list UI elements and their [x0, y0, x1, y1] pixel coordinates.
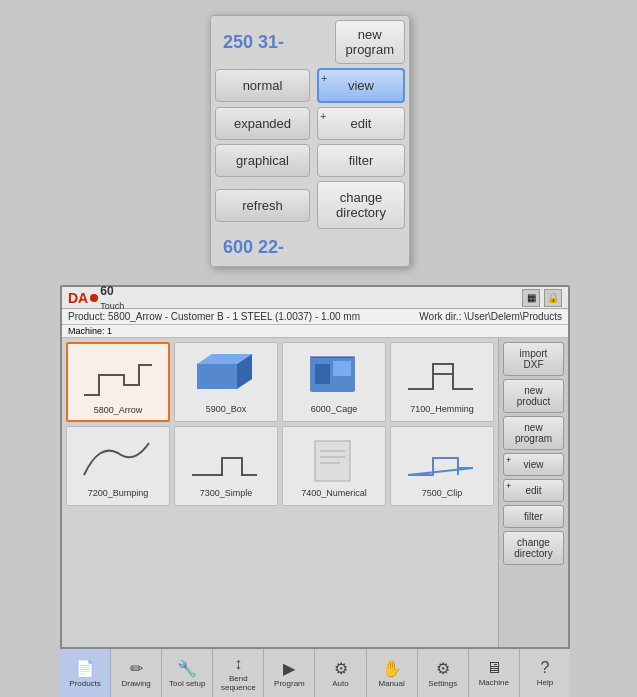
toolbar-program[interactable]: ▶ Program — [264, 649, 315, 697]
manual-icon: ✋ — [382, 659, 402, 678]
filter-sidebar-button[interactable]: filter — [503, 505, 564, 528]
product-thumb-5800-arrow — [78, 348, 158, 403]
new-program-button[interactable]: newprogram — [335, 20, 405, 64]
change-directory-sidebar-button[interactable]: changedirectory — [503, 531, 564, 565]
product-thumb-7500-clip — [402, 431, 482, 486]
app-header: DA 60Touch ▦ 🔒 — [62, 287, 568, 309]
svg-marker-0 — [197, 364, 237, 389]
view-button[interactable]: + view — [317, 68, 405, 103]
product-label-7200-bumping: 7200_Bumping — [88, 488, 149, 498]
toolbar-settings[interactable]: ⚙ Settings — [418, 649, 469, 697]
graphical-button[interactable]: graphical — [215, 144, 310, 177]
program-icon: ▶ — [283, 659, 295, 678]
new-product-button[interactable]: newproduct — [503, 379, 564, 413]
product-label-5800-arrow: 5800_Arrow — [94, 405, 143, 415]
import-dxf-button[interactable]: importDXF — [503, 342, 564, 376]
bend-sequence-label: Bendsequence — [221, 674, 256, 692]
machine-icon: 🖥 — [486, 659, 502, 677]
header-icons: ▦ 🔒 — [522, 289, 562, 307]
product-item-5900-box[interactable]: 5900_Box — [174, 342, 278, 422]
toolbar-tool-setup[interactable]: 🔧 Tool setup — [162, 649, 213, 697]
product-grid: 5800_Arrow 5900_Box — [62, 338, 498, 687]
edit-button[interactable]: + edit — [317, 107, 405, 140]
products-label: Products — [69, 679, 101, 688]
product-thumb-7100-hemming — [402, 347, 482, 402]
da-logo: DA 60Touch — [68, 284, 124, 312]
machine-info: Machine: 1 — [62, 325, 568, 338]
edit-sidebar-button[interactable]: +edit — [503, 479, 564, 502]
da-text: DA — [68, 290, 88, 306]
normal-button[interactable]: normal — [215, 69, 310, 102]
new-program-sidebar-button[interactable]: newprogram — [503, 416, 564, 450]
refresh-button[interactable]: refresh — [215, 189, 310, 222]
toolbar-machine[interactable]: 🖥 Machine — [469, 649, 520, 697]
work-dir: Work dir.: \User\Delem\Products — [419, 311, 562, 322]
drawing-label: Drawing — [121, 679, 150, 688]
program-label: Program — [274, 679, 305, 688]
product-label-5900-box: 5900_Box — [206, 404, 247, 414]
svg-rect-7 — [315, 441, 350, 481]
products-icon: 📄 — [75, 659, 95, 678]
toolbar-manual[interactable]: ✋ Manual — [367, 649, 418, 697]
tool-setup-label: Tool setup — [169, 679, 205, 688]
toolbar-help[interactable]: ? Help — [520, 649, 570, 697]
info-bar: Product: 5800_Arrow - Customer B - 1 STE… — [62, 309, 568, 325]
header-icon-lock[interactable]: 🔒 — [544, 289, 562, 307]
change-directory-button[interactable]: changedirectory — [317, 181, 405, 229]
product-item-7500-clip[interactable]: 7500_Clip — [390, 426, 494, 506]
product-label-7300-simple: 7300_Simple — [200, 488, 253, 498]
drawing-icon: ✏ — [130, 659, 143, 678]
bottom-number: 600 22- — [215, 233, 405, 262]
toolbar-products[interactable]: 📄 Products — [60, 649, 111, 697]
product-thumb-5900-box — [186, 347, 266, 402]
product-item-7300-simple[interactable]: 7300_Simple — [174, 426, 278, 506]
help-icon: ? — [540, 659, 549, 677]
product-thumb-7400-numerical — [294, 431, 374, 486]
product-info: Product: 5800_Arrow - Customer B - 1 STE… — [68, 311, 360, 322]
dropdown-panel: 250 31- newprogram normal + view expande… — [210, 15, 410, 267]
toolbar-drawing[interactable]: ✏ Drawing — [111, 649, 162, 697]
expanded-button[interactable]: expanded — [215, 107, 310, 140]
content-area: 5800_Arrow 5900_Box — [62, 338, 568, 687]
toolbar-bend-sequence[interactable]: ↕ Bendsequence — [213, 649, 264, 697]
top-number: 250 31- — [215, 28, 292, 57]
product-item-6000-cage[interactable]: 6000_Cage — [282, 342, 386, 422]
product-label-7500-clip: 7500_Clip — [422, 488, 463, 498]
right-sidebar: importDXF newproduct newprogram +view +e… — [498, 338, 568, 687]
bend-sequence-icon: ↕ — [234, 655, 242, 673]
product-thumb-7200-bumping — [78, 431, 158, 486]
product-label-6000-cage: 6000_Cage — [311, 404, 358, 414]
auto-label: Auto — [332, 679, 348, 688]
filter-button[interactable]: filter — [317, 144, 405, 177]
product-label-7400-numerical: 7400_Numerical — [301, 488, 367, 498]
toolbar-auto[interactable]: ⚙ Auto — [315, 649, 366, 697]
manual-label: Manual — [378, 679, 404, 688]
product-item-7100-hemming[interactable]: 7100_Hemming — [390, 342, 494, 422]
machine-label: Machine — [479, 678, 509, 687]
da-model: 60Touch — [100, 284, 124, 312]
settings-label: Settings — [428, 679, 457, 688]
da-dot — [90, 294, 98, 302]
product-label-7100-hemming: 7100_Hemming — [410, 404, 474, 414]
product-thumb-7300-simple — [186, 431, 266, 486]
svg-marker-11 — [408, 458, 473, 475]
product-item-5800-arrow[interactable]: 5800_Arrow — [66, 342, 170, 422]
product-item-7200-bumping[interactable]: 7200_Bumping — [66, 426, 170, 506]
svg-rect-5 — [333, 361, 351, 376]
settings-icon: ⚙ — [436, 659, 450, 678]
view-sidebar-button[interactable]: +view — [503, 453, 564, 476]
product-thumb-6000-cage — [294, 347, 374, 402]
tool-setup-icon: 🔧 — [177, 659, 197, 678]
product-item-7400-numerical[interactable]: 7400_Numerical — [282, 426, 386, 506]
svg-rect-4 — [315, 364, 330, 384]
help-label: Help — [537, 678, 553, 687]
header-icon-grid[interactable]: ▦ — [522, 289, 540, 307]
auto-icon: ⚙ — [334, 659, 348, 678]
main-panel: DA 60Touch ▦ 🔒 Product: 5800_Arrow - Cus… — [60, 285, 570, 690]
bottom-toolbar: 📄 Products ✏ Drawing 🔧 Tool setup ↕ Bend… — [60, 647, 570, 697]
